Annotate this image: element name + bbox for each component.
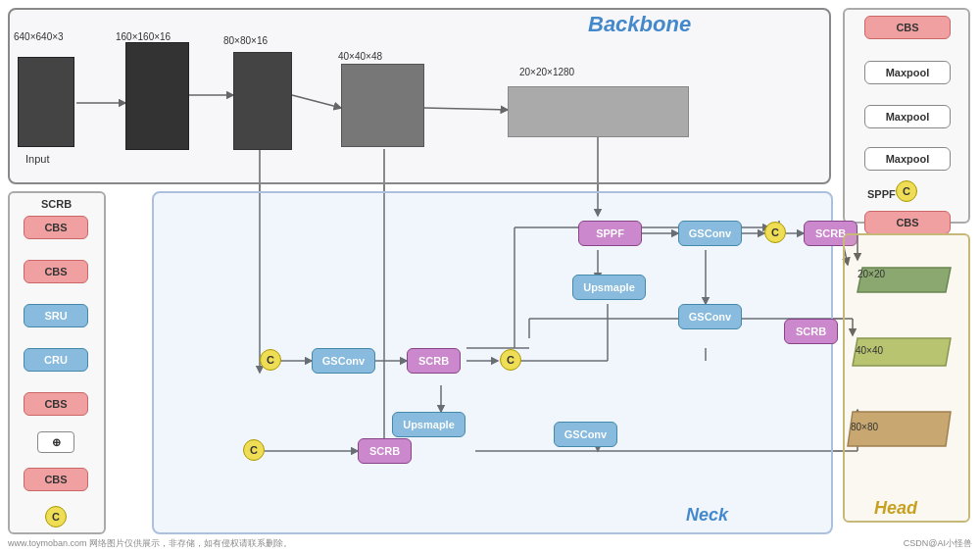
- block-80: [233, 52, 292, 150]
- watermark: www.toymoban.com 网络图片仅供展示，非存储，如有侵权请联系删除。: [8, 537, 292, 550]
- scrb-cbs-3: CBS: [24, 392, 88, 416]
- block-20: [508, 86, 689, 137]
- c-circle-scrb: C: [45, 506, 67, 527]
- dim-label-3: 80×80×16: [223, 35, 268, 46]
- c-top: C: [764, 222, 786, 243]
- scrb-cbs-4: CBS: [24, 468, 88, 491]
- main-container: Backbone 640×640×3 160×160×16 80×80×16 4…: [0, 0, 980, 552]
- dim-label-4: 40×40×48: [338, 51, 382, 62]
- maxpool-1: Maxpool: [864, 61, 951, 84]
- scrb-plus: ⊕: [37, 431, 74, 453]
- dim-label-1: 640×640×3: [14, 31, 64, 42]
- c-mid-left: C: [260, 349, 281, 371]
- scrb-mid-right: SCRB: [784, 319, 838, 344]
- head-dim-2: 40×40: [856, 345, 883, 356]
- scrb-cru: CRU: [24, 348, 88, 372]
- scrb-sru: SRU: [24, 304, 88, 327]
- sppf-neck: SPPF: [578, 221, 642, 246]
- scrb-bottom: SCRB: [358, 438, 412, 464]
- watermark2: CSDN@AI小怪兽: [904, 537, 972, 550]
- block-40: [341, 64, 424, 147]
- upsmaple-2: Upsmaple: [392, 412, 466, 437]
- gsconv-top: GSConv: [678, 221, 742, 246]
- maxpool-3: Maxpool: [864, 147, 951, 171]
- gsconv-lower: GSConv: [554, 422, 617, 447]
- gsconv-mid-upper: GSConv: [678, 304, 742, 329]
- cbs-sppf-top: CBS: [864, 16, 951, 39]
- head-dim-3: 80×80: [851, 422, 878, 432]
- upsmaple-1: Upsmaple: [572, 275, 646, 300]
- head-label: Head: [874, 498, 917, 519]
- head-20: 20×20: [853, 263, 960, 300]
- maxpool-2: Maxpool: [864, 105, 951, 128]
- block-160: [125, 42, 189, 150]
- scrb-cbs-2: CBS: [24, 260, 88, 283]
- gsconv-mid: GSConv: [312, 348, 375, 374]
- input-block: [18, 57, 74, 147]
- scrb-mid: SCRB: [407, 348, 461, 374]
- dim-label-5: 20×20×1280: [519, 67, 574, 77]
- c-mid-right: C: [500, 349, 521, 371]
- input-label: Input: [25, 153, 49, 165]
- head-80: 80×80: [843, 407, 960, 454]
- scrb-cbs-1: CBS: [24, 216, 88, 239]
- neck-label: Neck: [686, 505, 728, 526]
- dim-label-2: 160×160×16: [116, 31, 171, 42]
- c-circle-sppf: C: [896, 180, 917, 202]
- backbone-label: Backbone: [588, 12, 691, 37]
- head-40: 40×40: [848, 333, 960, 374]
- sppf-side-label: SPPF: [867, 188, 896, 200]
- c-bottom-left: C: [243, 439, 265, 461]
- cbs-sppf-bottom: CBS: [864, 211, 951, 234]
- scrb-title: SCRB: [41, 198, 72, 210]
- head-dim-1: 20×20: [858, 269, 885, 279]
